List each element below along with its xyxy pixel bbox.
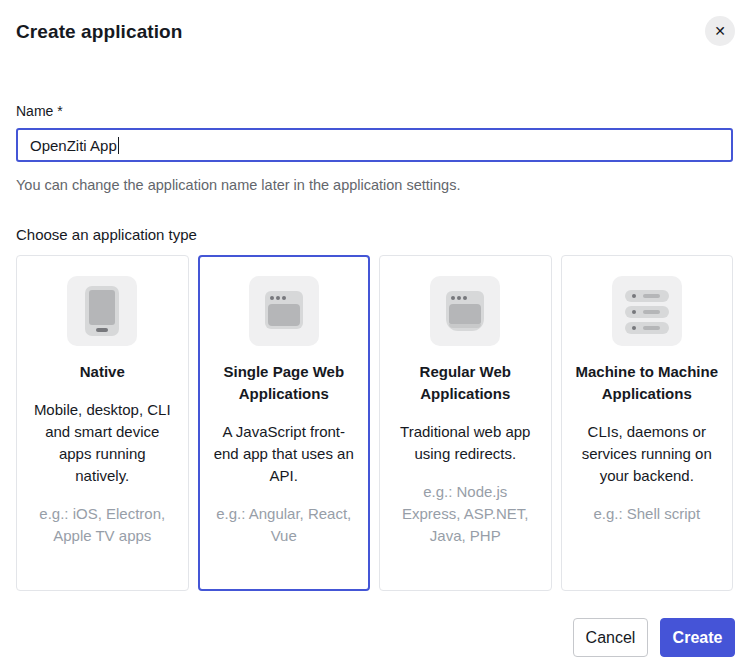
server-list-icon: [612, 276, 682, 346]
card-title: Regular Web Applications: [393, 361, 538, 405]
name-input-value: OpenZiti App: [30, 137, 117, 154]
required-marker: *: [57, 103, 62, 119]
card-example: e.g.: Angular, React, Vue: [212, 503, 357, 547]
modal-header: Create application ✕: [0, 0, 749, 43]
card-example: e.g.: Shell script: [593, 503, 700, 525]
close-button[interactable]: ✕: [705, 16, 735, 46]
name-label-text: Name: [16, 103, 53, 119]
card-example: e.g.: Node.js Express, ASP.NET, Java, PH…: [393, 481, 538, 547]
application-type-cards: Native Mobile, desktop, CLI and smart de…: [16, 255, 733, 591]
cancel-button[interactable]: Cancel: [573, 618, 648, 657]
create-button[interactable]: Create: [660, 618, 735, 657]
modal-footer: Cancel Create: [573, 618, 735, 657]
modal-body: Name * OpenZiti App You can change the a…: [0, 103, 749, 591]
modal-title: Create application: [16, 21, 733, 43]
card-example: e.g.: iOS, Electron, Apple TV apps: [30, 503, 175, 547]
card-title: Machine to Machine Applications: [575, 361, 720, 405]
card-description: Mobile, desktop, CLI and smart device ap…: [30, 399, 175, 487]
card-title: Single Page Web Applications: [212, 361, 357, 405]
card-machine-to-machine[interactable]: Machine to Machine Applications CLIs, da…: [561, 255, 734, 591]
card-single-page-web[interactable]: Single Page Web Applications A JavaScrip…: [198, 255, 371, 591]
terminal-window-icon: [430, 276, 500, 346]
card-title: Native: [80, 361, 125, 383]
browser-window-icon: [249, 276, 319, 346]
application-type-label: Choose an application type: [16, 226, 733, 243]
phone-icon: [67, 276, 137, 346]
name-field-label: Name *: [16, 103, 733, 119]
close-icon: ✕: [714, 24, 726, 38]
card-native[interactable]: Native Mobile, desktop, CLI and smart de…: [16, 255, 189, 591]
card-regular-web[interactable]: Regular Web Applications Traditional web…: [379, 255, 552, 591]
name-helper-text: You can change the application name late…: [16, 176, 733, 195]
card-description: A JavaScript front-end app that uses an …: [212, 421, 357, 487]
card-description: CLIs, daemons or services running on you…: [575, 421, 720, 487]
card-description: Traditional web app using redirects.: [393, 421, 538, 465]
text-cursor: [118, 137, 119, 154]
name-input[interactable]: OpenZiti App: [16, 128, 733, 162]
